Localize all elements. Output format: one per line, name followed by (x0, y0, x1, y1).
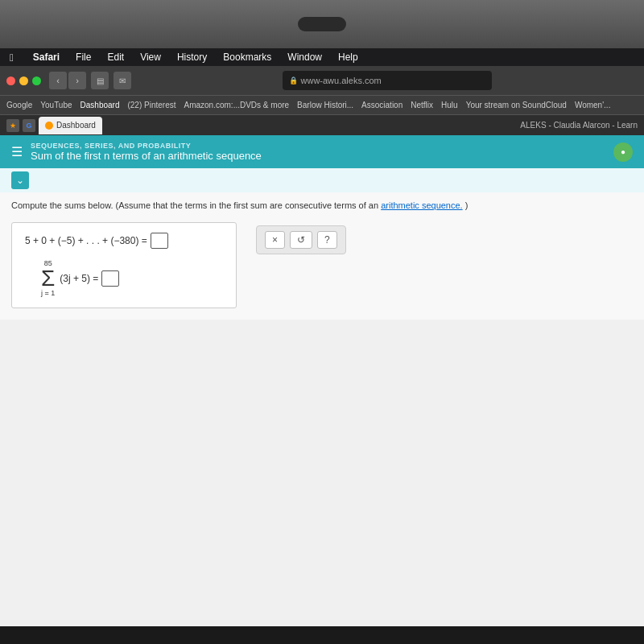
sigma-bottom: j = 1 (41, 290, 55, 298)
bottom-area (0, 320, 644, 481)
active-tab[interactable]: Dashboard (39, 117, 102, 134)
progress-circle: ● (613, 142, 633, 162)
button-panel: × ↺ ? (256, 225, 346, 254)
share-button[interactable]: ✉ (114, 72, 131, 89)
lock-icon: 🔒 (289, 76, 298, 85)
arithmetic-link[interactable]: arithmetic sequence. (381, 200, 463, 210)
bookmark-barlow[interactable]: Barlow Histori... (297, 101, 353, 109)
bookmark-netflix[interactable]: Netflix (411, 101, 433, 109)
bookmark-soundcloud[interactable]: Your stream on SoundCloud (466, 101, 567, 109)
sigma-expression: (3j + 5) = (60, 270, 119, 287)
problem-description: Compute the sums below. (Assume that the… (11, 199, 633, 213)
menu-history[interactable]: History (174, 50, 210, 64)
address-bar[interactable]: 🔒 www-awu.aleks.com (283, 71, 492, 90)
tab-circle-icon (45, 122, 53, 130)
mac-bezel (0, 0, 644, 48)
math-row-container: 5 + 0 + (−5) + . . . + (−380) = 85 Σ j =… (11, 222, 633, 309)
minimize-button[interactable] (19, 76, 28, 85)
sigma-main-symbol: Σ (41, 267, 55, 290)
apple-icon:  (6, 50, 17, 65)
menu-safari[interactable]: Safari (30, 50, 63, 64)
help-button[interactable]: ? (317, 231, 337, 249)
problem-text: Compute the sums below. (Assume that the… (11, 200, 378, 210)
forward-button[interactable]: › (68, 72, 86, 89)
bookmark-google[interactable]: Google (6, 101, 32, 109)
menu-window[interactable]: Window (284, 50, 325, 64)
bookmark-youtube[interactable]: YouTube (40, 101, 72, 109)
url-text: www-awu.aleks.com (301, 76, 382, 85)
browser-chrome: ‹ › ▤ ✉ 🔒 www-awu.aleks.com Google YouTu… (0, 66, 644, 135)
close-button[interactable] (6, 76, 15, 85)
equation2-input[interactable] (101, 270, 119, 287)
equation1-line: 5 + 0 + (−5) + . . . + (−380) = (25, 233, 223, 249)
page-content: ☰ SEQUENCES, SERIES, AND PROBABILITY Sum… (0, 135, 644, 626)
mac-menubar:  Safari File Edit View History Bookmark… (0, 48, 644, 66)
camera (298, 17, 346, 31)
aleks-tab-label: ALEKS - Claudia Alarcon - Learn (520, 121, 638, 130)
address-bar-container: 🔒 www-awu.aleks.com (136, 71, 638, 90)
chevron-down-button[interactable]: ⌄ (11, 171, 29, 189)
chevron-row: ⌄ (0, 168, 644, 192)
bookmark-dashboard[interactable]: Dashboard (80, 101, 120, 109)
hamburger-icon[interactable]: ☰ (11, 144, 23, 159)
nav-buttons: ‹ › (49, 72, 86, 89)
bookmark-association[interactable]: Association (361, 101, 402, 109)
closing-paren: ) (465, 200, 469, 210)
equation1-text: 5 + 0 + (−5) + . . . + (−380) = (25, 235, 147, 246)
menu-bookmarks[interactable]: Bookmarks (220, 50, 275, 64)
google-favicon-icon: G (26, 122, 31, 130)
sigma-block: 85 Σ j = 1 (3j + 5) = (25, 260, 223, 299)
problem-area: Compute the sums below. (Assume that the… (0, 192, 644, 320)
menu-view[interactable]: View (137, 50, 164, 64)
header-text-block: SEQUENCES, SERIES, AND PROBABILITY Sum o… (31, 142, 262, 162)
bookmark-amazon[interactable]: Amazon.com:...DVDs & more (184, 101, 290, 109)
tab-overview-button[interactable]: ▤ (91, 72, 109, 89)
progress-icon: ● (621, 147, 625, 156)
bookmark-pinterest[interactable]: (22) Pinterest (127, 101, 175, 109)
back-button[interactable]: ‹ (49, 72, 67, 89)
active-tab-label: Dashboard (56, 121, 96, 130)
favicon-bookmark: ★ (6, 119, 19, 132)
traffic-lights (6, 76, 41, 85)
sigma-formula: (3j + 5) = (60, 273, 98, 284)
menu-help[interactable]: Help (335, 50, 361, 64)
math-box: 5 + 0 + (−5) + . . . + (−380) = 85 Σ j =… (11, 222, 237, 309)
aleks-header: ☰ SEQUENCES, SERIES, AND PROBABILITY Sum… (0, 135, 644, 168)
menu-file[interactable]: File (72, 50, 94, 64)
sigma-row: 85 Σ j = 1 (3j + 5) = (41, 260, 119, 299)
menu-edit[interactable]: Edit (104, 50, 127, 64)
header-subtitle: SEQUENCES, SERIES, AND PROBABILITY (31, 142, 262, 150)
bookmark-hulu[interactable]: Hulu (441, 101, 458, 109)
browser-toolbar: ‹ › ▤ ✉ 🔒 www-awu.aleks.com (0, 66, 644, 95)
tab-row: ★ G Dashboard ALEKS - Claudia Alarcon - … (0, 114, 644, 135)
sigma-symbol: 85 Σ j = 1 (41, 260, 55, 299)
favicon-g: G (23, 119, 35, 132)
undo-button[interactable]: ↺ (290, 231, 312, 249)
bookmark-women[interactable]: Women'... (575, 101, 611, 109)
tab-right-info: ALEKS - Claudia Alarcon - Learn (520, 121, 638, 130)
header-title: Sum of the first n terms of an arithmeti… (31, 150, 262, 162)
equation1-input[interactable] (151, 233, 168, 249)
fullscreen-button[interactable] (32, 76, 41, 85)
bookmark-favicon-icon: ★ (10, 122, 16, 130)
bookmarks-bar: Google YouTube Dashboard (22) Pinterest … (0, 95, 644, 114)
times-button[interactable]: × (265, 231, 285, 249)
